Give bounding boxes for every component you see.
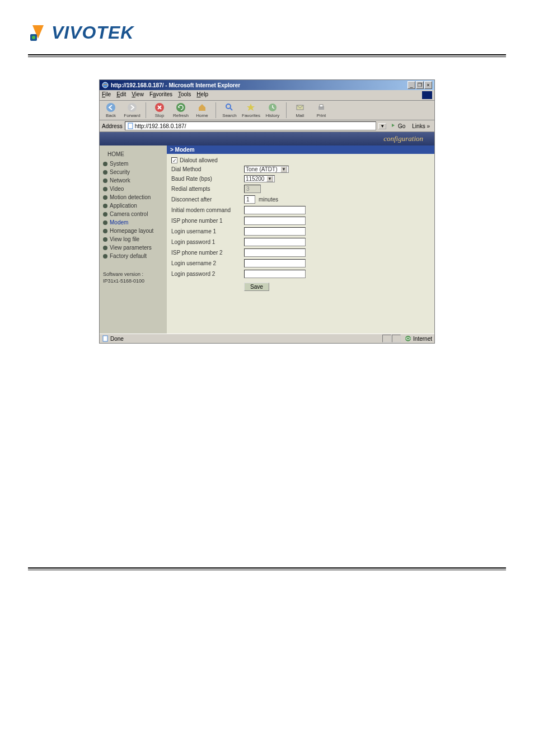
sidebar-item-view-log[interactable]: View log file [103, 235, 163, 243]
status-bar: Done Internet [100, 334, 434, 343]
user1-input[interactable] [244, 227, 306, 236]
save-button[interactable]: Save [244, 283, 269, 291]
disconnect-input[interactable]: 1 [244, 195, 255, 204]
user2-input[interactable] [244, 259, 306, 267]
sidebar: HOME System Security Network Video Motio… [100, 145, 167, 334]
status-panel [382, 335, 391, 342]
bullet-icon [103, 246, 107, 250]
bullet-icon [103, 204, 107, 208]
svg-point-3 [106, 103, 115, 112]
refresh-button[interactable]: Refresh [172, 102, 190, 118]
refresh-icon [176, 102, 186, 112]
favorites-button[interactable]: Favorites [242, 102, 260, 118]
logo-icon [28, 23, 48, 43]
dial-method-label: Dial Method [171, 166, 244, 172]
svg-point-6 [176, 103, 185, 112]
svg-rect-11 [320, 105, 323, 107]
menu-tools[interactable]: Tools [178, 91, 191, 99]
bullet-icon [103, 162, 107, 166]
sidebar-item-view-parameters[interactable]: View parameters [103, 243, 163, 252]
menu-help[interactable]: Help [196, 91, 208, 99]
modem-panel: > Modem ✓ Dialout allowed Dial Method To… [167, 145, 434, 334]
bullet-icon [103, 220, 107, 225]
menu-favorites[interactable]: Favorites [149, 91, 172, 99]
address-label: Address [102, 123, 123, 129]
bullet-icon [103, 212, 107, 217]
toolbar-separator [146, 102, 146, 118]
address-dropdown[interactable]: ▼ [378, 123, 386, 129]
toolbar: Back Forward Stop Refresh Home [100, 101, 434, 120]
close-button[interactable]: × [424, 81, 432, 89]
search-button[interactable]: Search [221, 102, 238, 118]
browser-window: http://192.168.0.187/ - Microsoft Intern… [99, 79, 435, 344]
isp1-label: ISP phone number 1 [171, 218, 244, 224]
bullet-icon [103, 254, 107, 259]
print-button[interactable]: Print [312, 102, 330, 118]
isp1-input[interactable] [244, 217, 306, 225]
nav-home[interactable]: HOME [103, 150, 163, 159]
content-area: configuration HOME System Security Netwo… [100, 132, 434, 334]
bullet-icon [103, 237, 107, 242]
toolbar-separator [286, 102, 287, 118]
init-cmd-input[interactable] [244, 206, 306, 214]
user2-label: Login username 2 [171, 260, 244, 266]
redial-input[interactable]: 3 [244, 185, 261, 193]
address-bar: Address http://192.168.0.187/ ▼ Go Links… [100, 120, 434, 132]
forward-button[interactable]: Forward [123, 102, 141, 118]
isp2-label: ISP phone number 2 [171, 250, 244, 256]
dialout-checkbox[interactable]: ✓ [171, 157, 177, 163]
internet-zone-icon [405, 335, 411, 342]
pass2-label: Login password 2 [171, 271, 244, 277]
logo: VIVOTEK [28, 22, 506, 43]
bullet-icon [103, 229, 107, 233]
sidebar-item-motion-detection[interactable]: Motion detection [103, 193, 163, 201]
sidebar-item-homepage-layout[interactable]: Homepage layout [103, 227, 163, 235]
panel-header: > Modem [167, 145, 434, 154]
sidebar-item-factory-default[interactable]: Factory default [103, 252, 163, 260]
menu-edit[interactable]: Edit [116, 91, 126, 99]
minimize-button[interactable]: _ [407, 81, 415, 89]
software-version: Software version : IP31x1-5168-0100 [103, 271, 163, 284]
sidebar-item-video[interactable]: Video [103, 185, 163, 193]
pass2-input[interactable] [244, 270, 306, 278]
dial-method-select[interactable]: Tone (ATDT)▼ [244, 166, 289, 173]
sidebar-item-security[interactable]: Security [103, 168, 163, 176]
print-icon [316, 102, 326, 112]
svg-rect-12 [128, 123, 133, 129]
sidebar-item-network[interactable]: Network [103, 176, 163, 185]
maximize-button[interactable]: ❐ [416, 81, 424, 89]
sidebar-item-camera-control[interactable]: Camera control [103, 210, 163, 218]
bullet-icon [103, 195, 107, 200]
stop-button[interactable]: Stop [151, 102, 168, 118]
home-button[interactable]: Home [193, 102, 211, 118]
ie-icon [102, 82, 109, 88]
status-text: Done [110, 336, 124, 342]
mail-button[interactable]: Mail [291, 102, 309, 118]
svg-rect-13 [103, 336, 107, 341]
chevron-down-icon: ▼ [280, 166, 287, 172]
page-icon [127, 123, 134, 129]
back-button[interactable]: Back [102, 102, 120, 118]
config-banner: configuration [100, 132, 434, 145]
sidebar-item-application[interactable]: Application [103, 201, 163, 210]
stop-icon [154, 102, 165, 112]
sidebar-item-system[interactable]: System [103, 159, 163, 168]
status-panel [392, 335, 401, 342]
go-button[interactable]: Go [388, 123, 407, 129]
baud-select[interactable]: 115200▼ [244, 175, 275, 182]
pass1-input[interactable] [244, 238, 306, 246]
back-icon [106, 102, 116, 112]
isp2-input[interactable] [244, 248, 306, 257]
init-cmd-label: Initial modem command [171, 207, 244, 213]
sidebar-item-modem[interactable]: Modem [103, 218, 163, 227]
links-button[interactable]: Links » [410, 123, 432, 129]
bullet-icon [103, 187, 107, 191]
menu-view[interactable]: View [132, 91, 144, 99]
menu-file[interactable]: File [102, 91, 111, 99]
history-icon [268, 102, 278, 112]
address-input[interactable]: http://192.168.0.187/ [125, 121, 377, 130]
baud-label: Baud Rate (bps) [171, 176, 244, 182]
disconnect-label: Disconnect after [171, 196, 244, 203]
bottom-divider [28, 567, 506, 570]
history-button[interactable]: History [264, 102, 282, 118]
